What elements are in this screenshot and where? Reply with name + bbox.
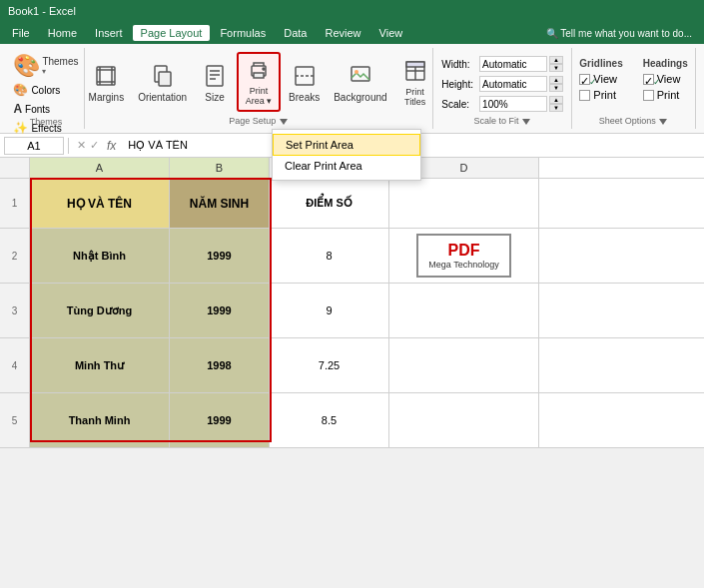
cell-c1[interactable]: ĐIỂM SỐ xyxy=(270,179,389,228)
print-area-button[interactable]: PrintArea ▾ xyxy=(237,52,281,112)
table-row: 1 HỌ VÀ TÊN NĂM SINH ĐIỂM SỐ xyxy=(0,179,704,229)
breaks-label: Breaks xyxy=(289,92,320,103)
orientation-icon xyxy=(149,62,177,90)
headings-view-label: View xyxy=(657,73,681,85)
background-label: Background xyxy=(334,92,386,103)
scale-row: Scale: ▲ ▼ xyxy=(441,96,563,112)
cell-a3[interactable]: Tùng Dương xyxy=(30,284,170,337)
cell-d4[interactable] xyxy=(389,338,539,392)
col-header-b[interactable]: B xyxy=(170,158,270,178)
grid: A B C D 1 HỌ VÀ TÊN NĂM SINH ĐIỂM SỐ 2 N… xyxy=(0,158,704,448)
menu-formulas[interactable]: Formulas xyxy=(212,25,274,41)
mega-text: Mega Technology xyxy=(428,260,498,270)
scale-input[interactable] xyxy=(479,96,547,112)
title-bar: Book1 - Excel xyxy=(0,0,704,22)
gridlines-print-label: Print xyxy=(593,89,616,101)
gridlines-label: Gridlines xyxy=(579,58,622,69)
search-bar[interactable]: 🔍 Tell me what you want to do... xyxy=(538,28,700,39)
menu-file[interactable]: File xyxy=(4,25,38,41)
gridlines-print-checkbox[interactable] xyxy=(579,90,590,101)
cell-a4[interactable]: Minh Thư xyxy=(30,338,170,392)
height-label: Height: xyxy=(441,79,477,90)
headings-col: Headings ✓ View Print xyxy=(641,56,690,103)
headings-print-row: Print xyxy=(643,89,688,101)
row-num-5: 5 xyxy=(0,393,30,447)
headings-print-label: Print xyxy=(657,89,680,101)
menu-bar: File Home Insert Page Layout Formulas Da… xyxy=(0,22,704,44)
background-button[interactable]: Background xyxy=(328,52,392,112)
size-button[interactable]: Size xyxy=(195,52,235,112)
cell-d3[interactable] xyxy=(389,284,539,337)
headings-print-checkbox[interactable] xyxy=(643,90,654,101)
cell-b5[interactable]: 1999 xyxy=(170,393,270,447)
headings-view-checkbox[interactable]: ✓ xyxy=(643,74,654,85)
gridlines-view-row: ✓ View xyxy=(579,73,622,85)
svg-rect-7 xyxy=(207,66,223,86)
sheet-options-label: Sheet Options xyxy=(572,116,695,127)
menu-insert[interactable]: Insert xyxy=(87,25,131,41)
svg-rect-6 xyxy=(159,72,171,86)
orientation-button[interactable]: Orientation xyxy=(132,52,193,112)
fx-icon[interactable]: fx xyxy=(103,139,120,153)
gridlines-view-label: View xyxy=(593,73,617,85)
cell-c4[interactable]: 7.25 xyxy=(270,338,389,392)
cell-a5[interactable]: Thanh Minh xyxy=(30,393,170,447)
cell-a1[interactable]: HỌ VÀ TÊN xyxy=(30,179,170,228)
row-num-1: 1 xyxy=(0,179,30,228)
clear-print-area-item[interactable]: Clear Print Area xyxy=(273,156,420,176)
set-print-area-item[interactable]: Set Print Area xyxy=(273,134,420,156)
margins-button[interactable]: Margins xyxy=(83,52,131,112)
gridlines-col: Gridlines ✓ View Print xyxy=(577,56,624,103)
menu-page-layout[interactable]: Page Layout xyxy=(133,25,211,41)
row-num-3: 3 xyxy=(0,284,30,337)
themes-button[interactable]: 🎨 Themes ▾ xyxy=(9,52,82,80)
height-input[interactable] xyxy=(479,76,547,92)
print-titles-label: PrintTitles xyxy=(404,87,425,107)
confirm-formula-icon[interactable]: ✓ xyxy=(90,139,99,153)
pdf-text: PDF xyxy=(447,242,479,260)
page-setup-group-label: Page Setup xyxy=(85,116,432,127)
themes-group: 🎨 Themes ▾ 🎨 Colors A Fonts ✨ Effects Th… xyxy=(8,48,85,129)
menu-review[interactable]: Review xyxy=(317,25,368,41)
corner-cell xyxy=(0,158,30,178)
scale-spinner[interactable]: ▲ ▼ xyxy=(549,96,563,112)
spreadsheet: A B C D 1 HỌ VÀ TÊN NĂM SINH ĐIỂM SỐ 2 N… xyxy=(0,158,704,448)
height-spinner[interactable]: ▲ ▼ xyxy=(549,76,563,92)
fonts-button[interactable]: A Fonts xyxy=(9,100,82,118)
themes-label: Themes xyxy=(42,56,78,67)
cell-c2[interactable]: 8 xyxy=(270,229,389,283)
cell-d1[interactable] xyxy=(389,179,539,228)
cell-d2[interactable]: PDF Mega Technology xyxy=(389,229,539,283)
breaks-button[interactable]: Breaks xyxy=(283,52,326,112)
width-input[interactable] xyxy=(479,56,547,72)
cell-b4[interactable]: 1998 xyxy=(170,338,270,392)
background-icon xyxy=(347,62,374,90)
table-row: 5 Thanh Minh 1999 8.5 xyxy=(0,393,704,448)
width-spinner[interactable]: ▲ ▼ xyxy=(549,56,563,72)
margins-icon xyxy=(92,62,120,90)
cell-a2[interactable]: Nhật Bình xyxy=(30,229,170,283)
print-titles-button[interactable]: PrintTitles xyxy=(395,52,435,112)
menu-view[interactable]: View xyxy=(371,25,411,41)
set-print-area-label: Set Print Area xyxy=(286,139,353,151)
gridlines-view-checkbox[interactable]: ✓ xyxy=(579,74,590,85)
cell-b2[interactable]: 1999 xyxy=(170,229,270,283)
themes-group-label: Themes xyxy=(8,117,84,127)
width-label: Width: xyxy=(441,59,477,70)
cell-c5[interactable]: 8.5 xyxy=(270,393,389,447)
size-label: Size xyxy=(205,92,224,103)
cell-b1[interactable]: NĂM SINH xyxy=(170,179,270,228)
cell-c3[interactable]: 9 xyxy=(270,284,389,337)
menu-home[interactable]: Home xyxy=(40,25,85,41)
cell-d5[interactable] xyxy=(389,393,539,447)
print-titles-icon xyxy=(401,57,429,85)
breaks-icon xyxy=(291,62,319,90)
colors-button[interactable]: 🎨 Colors xyxy=(9,81,82,99)
cell-b3[interactable]: 1999 xyxy=(170,284,270,337)
print-area-icon xyxy=(245,58,273,84)
orientation-label: Orientation xyxy=(138,92,187,103)
col-header-a[interactable]: A xyxy=(30,158,170,178)
gridlines-print-row: Print xyxy=(579,89,622,101)
scale-label: Scale: xyxy=(441,99,477,110)
menu-data[interactable]: Data xyxy=(276,25,315,41)
